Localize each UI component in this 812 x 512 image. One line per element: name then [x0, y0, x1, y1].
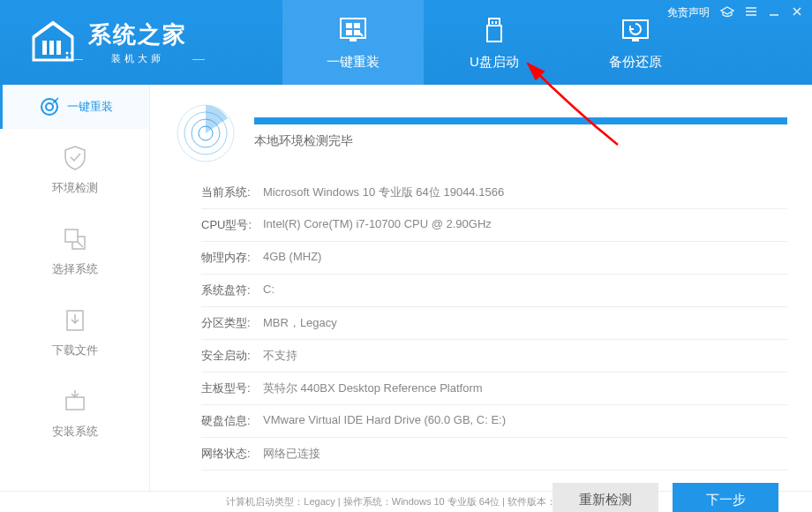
svg-rect-20 — [66, 397, 84, 410]
brand-subtitle: 装机大师 — [88, 52, 187, 65]
svg-rect-2 — [56, 41, 61, 55]
info-row: 系统盘符:C: — [201, 275, 787, 307]
install-icon — [60, 387, 90, 417]
target-icon — [39, 96, 60, 117]
sidebar-item-reinstall[interactable]: 一键重装 — [0, 85, 149, 129]
window-controls: 免责声明 — [667, 5, 803, 20]
svg-rect-10 — [354, 30, 360, 35]
svg-rect-13 — [492, 21, 493, 24]
svg-rect-14 — [495, 21, 497, 24]
rescan-button[interactable]: 重新检测 — [553, 483, 658, 512]
menu-icon[interactable] — [745, 5, 757, 20]
logo-area: 系统之家 装机大师 — [0, 0, 265, 85]
sidebar-item-label: 一键重装 — [67, 99, 113, 115]
tab-label: 备份还原 — [609, 54, 662, 71]
info-row: 网络状态:网络已连接 — [201, 438, 787, 471]
sidebar-item-label: 环境检测 — [52, 180, 98, 196]
usb-icon — [478, 15, 510, 47]
svg-point-4 — [66, 56, 69, 59]
graduation-icon[interactable] — [720, 5, 734, 20]
svg-rect-17 — [632, 38, 639, 41]
windows-icon — [337, 15, 369, 47]
action-buttons: 重新检测 下一步 — [175, 483, 787, 512]
body: 一键重装 环境检测 选择系统 下载文件 安装系统 — [0, 85, 812, 491]
tab-usb-boot[interactable]: U盘启动 — [424, 0, 565, 85]
sidebar-item-label: 下载文件 — [52, 343, 98, 358]
select-icon — [60, 224, 90, 254]
tab-label: 一键重装 — [327, 54, 380, 71]
top-tabs: 一键重装 U盘启动 备份还原 — [282, 0, 706, 85]
close-icon[interactable] — [791, 5, 803, 20]
radar-icon — [175, 102, 237, 164]
svg-rect-0 — [42, 41, 47, 55]
sidebar-item-label: 安装系统 — [52, 424, 98, 440]
download-icon — [60, 305, 90, 335]
info-row: 安全启动:不支持 — [201, 340, 787, 373]
svg-rect-8 — [354, 23, 360, 28]
house-logo-icon — [26, 16, 79, 69]
svg-rect-11 — [350, 38, 357, 41]
info-row: CPU型号:Intel(R) Core(TM) i7-10700 CPU @ 2… — [201, 209, 787, 242]
main-panel: 本地环境检测完毕 当前系统:Microsoft Windows 10 专业版 6… — [150, 85, 812, 491]
next-button[interactable]: 下一步 — [673, 483, 778, 512]
scan-header: 本地环境检测完毕 — [175, 102, 787, 164]
info-row: 硬盘信息:VMware Virtual IDE Hard Drive (60.0… — [201, 405, 787, 438]
sidebar-item-download[interactable]: 下载文件 — [0, 291, 149, 373]
restore-icon — [620, 15, 651, 47]
info-row: 分区类型:MBR，Legacy — [201, 307, 787, 340]
info-row: 当前系统:Microsoft Windows 10 专业版 64位 19044.… — [201, 177, 787, 209]
svg-point-19 — [46, 103, 53, 110]
progress-bar — [254, 117, 787, 124]
svg-rect-7 — [346, 23, 352, 28]
sidebar: 一键重装 环境检测 选择系统 下载文件 安装系统 — [0, 85, 150, 491]
scan-status: 本地环境检测完毕 — [254, 133, 787, 149]
sidebar-item-label: 选择系统 — [52, 261, 98, 277]
minimize-icon[interactable] — [768, 5, 780, 20]
sidebar-item-select-system[interactable]: 选择系统 — [0, 210, 149, 291]
svg-point-3 — [66, 52, 69, 55]
brand-title: 系统之家 — [88, 19, 187, 50]
disclaimer-link[interactable]: 免责声明 — [667, 5, 710, 20]
svg-rect-1 — [49, 41, 54, 55]
svg-rect-15 — [487, 26, 501, 41]
info-row: 主板型号:英特尔 440BX Desktop Reference Platfor… — [201, 373, 787, 405]
tab-label: U盘启动 — [470, 54, 519, 71]
svg-rect-9 — [346, 30, 352, 35]
shield-check-icon — [60, 143, 90, 173]
svg-point-5 — [71, 52, 73, 55]
sidebar-item-env-check[interactable]: 环境检测 — [0, 129, 149, 210]
header: 系统之家 装机大师 一键重装 U盘启动 — [0, 0, 812, 85]
svg-rect-12 — [489, 19, 500, 26]
info-row: 物理内存:4GB (MHZ) — [201, 242, 787, 275]
sidebar-item-install[interactable]: 安装系统 — [0, 373, 149, 454]
tab-reinstall[interactable]: 一键重装 — [282, 0, 424, 85]
system-info-list: 当前系统:Microsoft Windows 10 专业版 64位 19044.… — [175, 177, 787, 471]
